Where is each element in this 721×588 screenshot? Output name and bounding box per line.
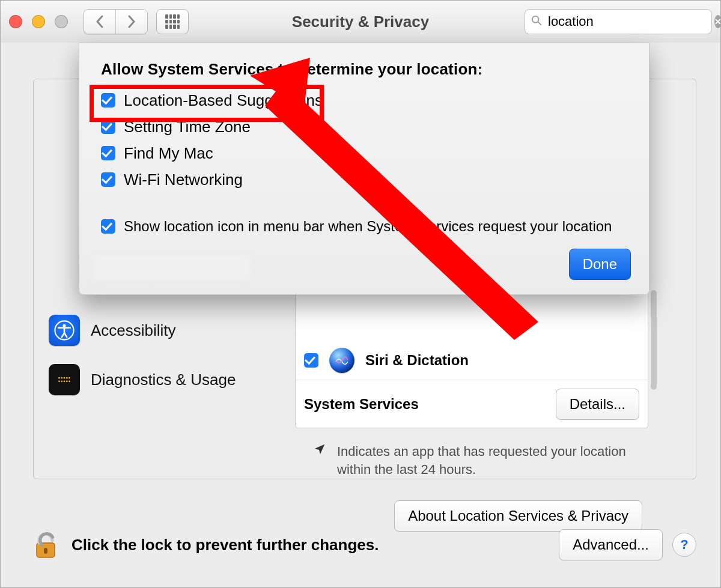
option-setting-time-zone[interactable]: Setting Time Zone: [101, 114, 627, 140]
clear-search-button[interactable]: ✕: [714, 15, 721, 28]
zoom-window-button[interactable]: [55, 15, 68, 28]
advanced-button[interactable]: Advanced...: [559, 529, 663, 560]
diagnostics-icon: [49, 364, 80, 395]
system-services-label: System Services: [304, 396, 419, 413]
app-row-siri[interactable]: Siri & Dictation: [296, 341, 648, 380]
titlebar: Security & Privacy ✕: [1, 1, 720, 43]
option-label: Setting Time Zone: [124, 118, 251, 136]
app-row-label: Siri & Dictation: [365, 352, 469, 369]
option-label: Location-Based Suggestions: [124, 91, 323, 110]
checkbox-find-my-mac[interactable]: [101, 146, 115, 160]
checkbox-setting-time-zone[interactable]: [101, 120, 115, 134]
grid-icon: [165, 14, 180, 29]
traffic-lights: [9, 15, 68, 28]
sidebar-item-label: Diagnostics & Usage: [91, 371, 236, 389]
svg-point-8: [68, 377, 70, 379]
option-find-my-mac[interactable]: Find My Mac: [101, 140, 627, 166]
close-window-button[interactable]: [9, 15, 22, 28]
back-button[interactable]: [84, 10, 115, 34]
system-services-sheet: Allow System Services to determine your …: [79, 43, 650, 295]
search-input[interactable]: [547, 13, 714, 30]
app-list-box: Siri & Dictation System Services Details…: [295, 289, 648, 428]
svg-point-0: [532, 16, 539, 22]
svg-point-12: [66, 380, 68, 382]
nav-buttons: [84, 9, 148, 34]
app-list-scrollbar[interactable]: [651, 290, 657, 390]
search-field[interactable]: ✕: [525, 9, 712, 34]
accessibility-icon: [49, 315, 80, 346]
lock-icon[interactable]: [33, 530, 58, 560]
done-button[interactable]: Done: [569, 249, 631, 280]
svg-point-5: [61, 377, 62, 379]
option-label: Find My Mac: [124, 144, 213, 163]
sidebar-item-diagnostics[interactable]: Diagnostics & Usage: [49, 355, 259, 404]
location-indicator-footnote: Indicates an app that has requested your…: [313, 443, 648, 478]
checkbox-location-based-suggestions[interactable]: [101, 93, 115, 108]
option-wifi-networking[interactable]: Wi-Fi Networking: [101, 166, 627, 193]
option-location-based-suggestions[interactable]: Location-Based Suggestions: [101, 87, 627, 114]
siri-location-checkbox[interactable]: [304, 353, 318, 368]
svg-point-3: [62, 324, 65, 327]
show-all-button[interactable]: [156, 9, 189, 34]
svg-rect-15: [44, 548, 47, 554]
sheet-heading: Allow System Services to determine your …: [101, 60, 627, 79]
svg-point-10: [61, 380, 62, 382]
checkbox-show-location-icon[interactable]: [101, 219, 115, 234]
svg-point-6: [64, 377, 65, 379]
minimize-window-button[interactable]: [32, 15, 45, 28]
siri-icon: [329, 348, 354, 373]
option-label: Wi-Fi Networking: [124, 171, 243, 189]
preferences-window: Security & Privacy ✕ Location Services C…: [0, 0, 721, 588]
forward-button[interactable]: [115, 10, 147, 34]
footer-bar: Click the lock to prevent further change…: [33, 524, 696, 566]
system-services-row: System Services Details...: [296, 380, 648, 428]
svg-line-1: [538, 22, 541, 25]
search-icon: [531, 15, 542, 29]
svg-point-11: [64, 380, 65, 382]
checkbox-wifi-networking[interactable]: [101, 172, 115, 187]
footnote-text: Indicates an app that has requested your…: [337, 443, 648, 478]
details-button[interactable]: Details...: [556, 389, 639, 420]
redacted-region: [94, 255, 250, 280]
help-button[interactable]: ?: [672, 533, 696, 557]
svg-point-7: [66, 377, 68, 379]
option-show-location-icon-menubar[interactable]: Show location icon in menu bar when Syst…: [101, 218, 627, 235]
svg-point-9: [58, 380, 60, 382]
svg-point-4: [58, 377, 60, 379]
svg-point-13: [68, 380, 70, 382]
sidebar-item-accessibility[interactable]: Accessibility: [49, 306, 259, 355]
option-label: Show location icon in menu bar when Syst…: [124, 218, 612, 235]
location-arrow-icon: [313, 443, 326, 461]
lock-message: Click the lock to prevent further change…: [71, 536, 379, 554]
sidebar-item-label: Accessibility: [91, 321, 176, 340]
